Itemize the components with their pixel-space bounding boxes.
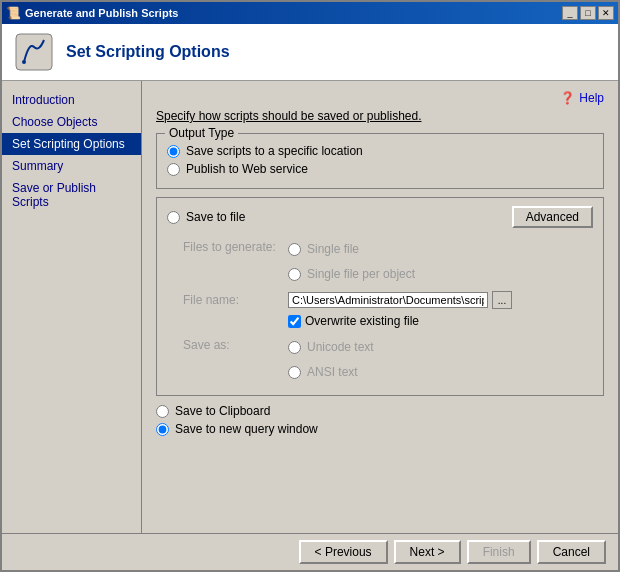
help-icon: ❓: [560, 91, 575, 105]
save-file-header: Save to file Advanced: [167, 206, 593, 228]
save-to-query-window-row: Save to new query window: [156, 422, 604, 436]
single-file-per-object-label: Single file per object: [307, 267, 415, 281]
overwrite-checkbox-row: Overwrite existing file: [288, 314, 593, 328]
help-link[interactable]: ❓ Help: [156, 91, 604, 105]
save-as-row: Save as: Unicode text ANSI text: [167, 336, 593, 383]
overwrite-checkbox[interactable]: [288, 315, 301, 328]
maximize-button[interactable]: □: [580, 6, 596, 20]
title-bar-title: Generate and Publish Scripts: [25, 7, 178, 19]
output-type-group: Output Type Save scripts to a specific l…: [156, 133, 604, 189]
title-bar-left: 📜 Generate and Publish Scripts: [6, 6, 178, 20]
svg-point-1: [22, 60, 26, 64]
sidebar: Introduction Choose Objects Set Scriptin…: [2, 81, 142, 533]
ansi-row: ANSI text: [288, 365, 593, 379]
output-option-1-label: Save scripts to a specific location: [186, 144, 363, 158]
main-window: 📜 Generate and Publish Scripts _ □ ✕ Set…: [0, 0, 620, 572]
sidebar-item-summary[interactable]: Summary: [2, 155, 141, 177]
header-title: Set Scripting Options: [66, 43, 230, 61]
overwrite-label: Overwrite existing file: [305, 314, 419, 328]
sidebar-item-introduction[interactable]: Introduction: [2, 89, 141, 111]
save-to-query-window-label: Save to new query window: [175, 422, 318, 436]
output-type-title: Output Type: [165, 126, 238, 140]
title-bar-icon: 📜: [6, 6, 21, 20]
main-content: Introduction Choose Objects Set Scriptin…: [2, 81, 618, 533]
finish-button[interactable]: Finish: [467, 540, 531, 564]
sidebar-item-set-scripting-options[interactable]: Set Scripting Options: [2, 133, 141, 155]
ansi-label: ANSI text: [307, 365, 358, 379]
unicode-radio[interactable]: [288, 341, 301, 354]
save-as-label: Save as:: [183, 336, 288, 352]
sidebar-item-save-publish[interactable]: Save or Publish Scripts: [2, 177, 141, 213]
unicode-label: Unicode text: [307, 340, 374, 354]
save-to-clipboard-row: Save to Clipboard: [156, 404, 604, 418]
help-label: Help: [579, 91, 604, 105]
files-to-generate-row: Files to generate: Single file Single fi…: [167, 238, 593, 285]
ansi-radio[interactable]: [288, 366, 301, 379]
save-to-query-window-radio[interactable]: [156, 423, 169, 436]
file-name-input[interactable]: [288, 292, 488, 308]
page-description: Specify how scripts should be saved or p…: [156, 109, 604, 123]
previous-button[interactable]: < Previous: [299, 540, 388, 564]
header-area: Set Scripting Options: [2, 24, 618, 81]
save-to-clipboard-radio[interactable]: [156, 405, 169, 418]
footer: < Previous Next > Finish Cancel: [2, 533, 618, 570]
single-file-row: Single file: [288, 242, 593, 256]
save-to-file-radio-row: Save to file: [167, 210, 245, 224]
files-to-generate-label: Files to generate:: [183, 238, 288, 254]
browse-button[interactable]: ...: [492, 291, 512, 309]
output-option-2-row: Publish to Web service: [167, 162, 593, 176]
advanced-button[interactable]: Advanced: [512, 206, 593, 228]
next-button[interactable]: Next >: [394, 540, 461, 564]
single-file-per-object-radio[interactable]: [288, 268, 301, 281]
title-bar-controls: _ □ ✕: [562, 6, 614, 20]
title-bar: 📜 Generate and Publish Scripts _ □ ✕: [2, 2, 618, 24]
svg-rect-0: [16, 34, 52, 70]
files-to-generate-controls: Single file Single file per object: [288, 238, 593, 285]
file-name-row: File name: ... Overwrite existing file: [167, 291, 593, 328]
output-type-content: Save scripts to a specific location Publ…: [167, 144, 593, 176]
output-option-1-radio[interactable]: [167, 145, 180, 158]
output-option-2-radio[interactable]: [167, 163, 180, 176]
output-option-2-label: Publish to Web service: [186, 162, 308, 176]
single-file-label: Single file: [307, 242, 359, 256]
single-file-radio[interactable]: [288, 243, 301, 256]
content-area: ❓ Help Specify how scripts should be sav…: [142, 81, 618, 533]
minimize-button[interactable]: _: [562, 6, 578, 20]
save-to-file-label: Save to file: [186, 210, 245, 224]
file-name-input-row: ...: [288, 291, 593, 309]
save-as-controls: Unicode text ANSI text: [288, 336, 593, 383]
close-button[interactable]: ✕: [598, 6, 614, 20]
wizard-icon: [14, 32, 54, 72]
save-to-clipboard-label: Save to Clipboard: [175, 404, 270, 418]
single-file-per-object-row: Single file per object: [288, 267, 593, 281]
output-option-1-row: Save scripts to a specific location: [167, 144, 593, 158]
save-to-file-group: Save to file Advanced Files to generate:…: [156, 197, 604, 396]
save-to-file-radio[interactable]: [167, 211, 180, 224]
sidebar-item-choose-objects[interactable]: Choose Objects: [2, 111, 141, 133]
file-name-controls: ... Overwrite existing file: [288, 291, 593, 328]
file-name-label: File name:: [183, 291, 288, 307]
cancel-button[interactable]: Cancel: [537, 540, 606, 564]
unicode-row: Unicode text: [288, 340, 593, 354]
bottom-options: Save to Clipboard Save to new query wind…: [156, 404, 604, 444]
